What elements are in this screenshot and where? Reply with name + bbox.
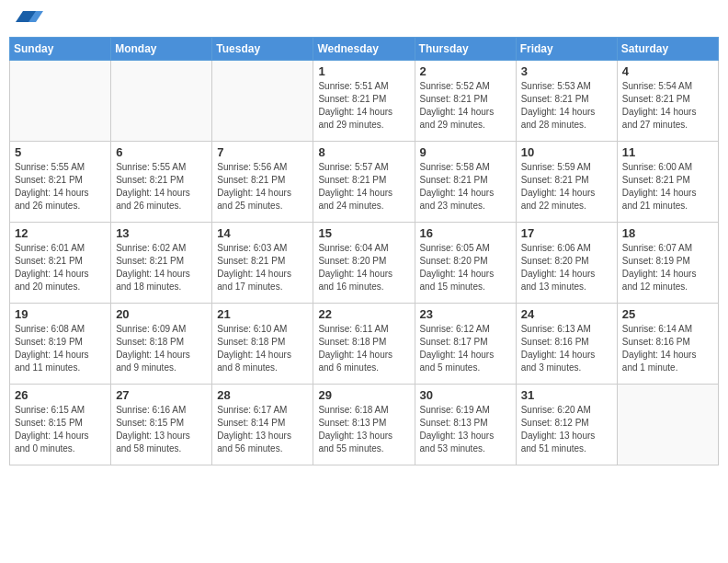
calendar-cell xyxy=(212,61,313,142)
day-info: Sunrise: 5:52 AM Sunset: 8:21 PM Dayligh… xyxy=(420,80,511,132)
day-number: 8 xyxy=(318,145,409,159)
logo-icon xyxy=(16,2,43,29)
day-info: Sunrise: 6:04 AM Sunset: 8:20 PM Dayligh… xyxy=(318,242,409,293)
calendar-cell xyxy=(10,61,111,142)
day-number: 10 xyxy=(521,145,612,159)
day-info: Sunrise: 5:56 AM Sunset: 8:21 PM Dayligh… xyxy=(217,161,308,213)
day-number: 31 xyxy=(521,388,612,402)
calendar-week-2: 5Sunrise: 5:55 AM Sunset: 8:21 PM Daylig… xyxy=(10,142,719,223)
day-info: Sunrise: 6:08 AM Sunset: 8:19 PM Dayligh… xyxy=(15,323,106,374)
day-number: 24 xyxy=(521,307,612,321)
day-info: Sunrise: 6:12 AM Sunset: 8:17 PM Dayligh… xyxy=(420,323,511,374)
calendar-table: SundayMondayTuesdayWednesdayThursdayFrid… xyxy=(9,37,719,465)
calendar-cell: 8Sunrise: 5:57 AM Sunset: 8:21 PM Daylig… xyxy=(313,142,415,223)
day-number: 4 xyxy=(622,64,713,78)
calendar-cell: 14Sunrise: 6:03 AM Sunset: 8:21 PM Dayli… xyxy=(212,223,313,304)
day-info: Sunrise: 5:57 AM Sunset: 8:21 PM Dayligh… xyxy=(318,161,409,213)
day-number: 5 xyxy=(15,145,106,159)
column-header-monday: Monday xyxy=(111,38,212,61)
calendar-cell: 18Sunrise: 6:07 AM Sunset: 8:19 PM Dayli… xyxy=(617,223,718,304)
calendar-cell: 20Sunrise: 6:09 AM Sunset: 8:18 PM Dayli… xyxy=(111,304,212,385)
day-number: 14 xyxy=(217,226,308,240)
day-number: 25 xyxy=(622,307,713,321)
day-info: Sunrise: 5:51 AM Sunset: 8:21 PM Dayligh… xyxy=(318,80,409,132)
calendar-cell: 13Sunrise: 6:02 AM Sunset: 8:21 PM Dayli… xyxy=(111,223,212,304)
day-info: Sunrise: 6:00 AM Sunset: 8:21 PM Dayligh… xyxy=(622,161,713,213)
calendar-cell: 27Sunrise: 6:16 AM Sunset: 8:15 PM Dayli… xyxy=(111,385,212,465)
day-info: Sunrise: 6:16 AM Sunset: 8:15 PM Dayligh… xyxy=(116,404,207,455)
day-number: 21 xyxy=(217,307,308,321)
calendar-cell: 29Sunrise: 6:18 AM Sunset: 8:13 PM Dayli… xyxy=(313,385,415,465)
day-info: Sunrise: 6:14 AM Sunset: 8:16 PM Dayligh… xyxy=(622,323,713,374)
calendar-cell: 7Sunrise: 5:56 AM Sunset: 8:21 PM Daylig… xyxy=(212,142,313,223)
calendar-cell: 22Sunrise: 6:11 AM Sunset: 8:18 PM Dayli… xyxy=(313,304,415,385)
calendar-cell: 19Sunrise: 6:08 AM Sunset: 8:19 PM Dayli… xyxy=(10,304,111,385)
calendar-cell: 31Sunrise: 6:20 AM Sunset: 8:12 PM Dayli… xyxy=(516,385,617,465)
column-header-wednesday: Wednesday xyxy=(313,38,415,61)
day-info: Sunrise: 5:55 AM Sunset: 8:21 PM Dayligh… xyxy=(116,161,207,213)
logo xyxy=(13,9,43,29)
day-number: 18 xyxy=(622,226,713,240)
day-number: 13 xyxy=(116,226,207,240)
day-info: Sunrise: 5:59 AM Sunset: 8:21 PM Dayligh… xyxy=(521,161,612,213)
calendar-cell: 17Sunrise: 6:06 AM Sunset: 8:20 PM Dayli… xyxy=(516,223,617,304)
calendar-cell: 12Sunrise: 6:01 AM Sunset: 8:21 PM Dayli… xyxy=(10,223,111,304)
day-info: Sunrise: 5:55 AM Sunset: 8:21 PM Dayligh… xyxy=(15,161,106,213)
page-header xyxy=(9,9,719,29)
calendar-week-4: 19Sunrise: 6:08 AM Sunset: 8:19 PM Dayli… xyxy=(10,304,719,385)
day-info: Sunrise: 6:15 AM Sunset: 8:15 PM Dayligh… xyxy=(15,404,106,455)
calendar-header-row: SundayMondayTuesdayWednesdayThursdayFrid… xyxy=(10,38,719,61)
day-info: Sunrise: 6:09 AM Sunset: 8:18 PM Dayligh… xyxy=(116,323,207,374)
day-info: Sunrise: 5:58 AM Sunset: 8:21 PM Dayligh… xyxy=(420,161,511,213)
calendar-cell xyxy=(617,385,718,465)
calendar-week-1: 1Sunrise: 5:51 AM Sunset: 8:21 PM Daylig… xyxy=(10,61,719,142)
calendar-cell: 3Sunrise: 5:53 AM Sunset: 8:21 PM Daylig… xyxy=(516,61,617,142)
calendar-week-5: 26Sunrise: 6:15 AM Sunset: 8:15 PM Dayli… xyxy=(10,385,719,465)
day-info: Sunrise: 5:53 AM Sunset: 8:21 PM Dayligh… xyxy=(521,80,612,132)
calendar-cell: 28Sunrise: 6:17 AM Sunset: 8:14 PM Dayli… xyxy=(212,385,313,465)
day-info: Sunrise: 6:05 AM Sunset: 8:20 PM Dayligh… xyxy=(420,242,511,293)
day-number: 2 xyxy=(420,64,511,78)
day-number: 15 xyxy=(318,226,409,240)
calendar-cell: 2Sunrise: 5:52 AM Sunset: 8:21 PM Daylig… xyxy=(415,61,516,142)
calendar-cell: 6Sunrise: 5:55 AM Sunset: 8:21 PM Daylig… xyxy=(111,142,212,223)
day-info: Sunrise: 6:07 AM Sunset: 8:19 PM Dayligh… xyxy=(622,242,713,293)
day-info: Sunrise: 6:11 AM Sunset: 8:18 PM Dayligh… xyxy=(318,323,409,374)
day-number: 19 xyxy=(15,307,106,321)
day-number: 22 xyxy=(318,307,409,321)
calendar-cell: 21Sunrise: 6:10 AM Sunset: 8:18 PM Dayli… xyxy=(212,304,313,385)
day-number: 16 xyxy=(420,226,511,240)
calendar-cell: 11Sunrise: 6:00 AM Sunset: 8:21 PM Dayli… xyxy=(617,142,718,223)
day-number: 3 xyxy=(521,64,612,78)
day-info: Sunrise: 6:13 AM Sunset: 8:16 PM Dayligh… xyxy=(521,323,612,374)
calendar-cell: 30Sunrise: 6:19 AM Sunset: 8:13 PM Dayli… xyxy=(415,385,516,465)
day-number: 11 xyxy=(622,145,713,159)
column-header-sunday: Sunday xyxy=(10,38,111,61)
day-info: Sunrise: 6:17 AM Sunset: 8:14 PM Dayligh… xyxy=(217,404,308,455)
day-number: 29 xyxy=(318,388,409,402)
calendar-cell: 24Sunrise: 6:13 AM Sunset: 8:16 PM Dayli… xyxy=(516,304,617,385)
calendar-cell xyxy=(111,61,212,142)
column-header-thursday: Thursday xyxy=(415,38,516,61)
day-number: 26 xyxy=(15,388,106,402)
calendar-cell: 23Sunrise: 6:12 AM Sunset: 8:17 PM Dayli… xyxy=(415,304,516,385)
day-number: 17 xyxy=(521,226,612,240)
calendar-cell: 5Sunrise: 5:55 AM Sunset: 8:21 PM Daylig… xyxy=(10,142,111,223)
day-number: 1 xyxy=(318,64,409,78)
calendar-cell: 4Sunrise: 5:54 AM Sunset: 8:21 PM Daylig… xyxy=(617,61,718,142)
calendar-cell: 9Sunrise: 5:58 AM Sunset: 8:21 PM Daylig… xyxy=(415,142,516,223)
column-header-tuesday: Tuesday xyxy=(212,38,313,61)
day-info: Sunrise: 6:03 AM Sunset: 8:21 PM Dayligh… xyxy=(217,242,308,293)
calendar-cell: 1Sunrise: 5:51 AM Sunset: 8:21 PM Daylig… xyxy=(313,61,415,142)
column-header-saturday: Saturday xyxy=(617,38,718,61)
day-number: 23 xyxy=(420,307,511,321)
day-number: 30 xyxy=(420,388,511,402)
calendar-cell: 26Sunrise: 6:15 AM Sunset: 8:15 PM Dayli… xyxy=(10,385,111,465)
day-number: 7 xyxy=(217,145,308,159)
column-header-friday: Friday xyxy=(516,38,617,61)
calendar-cell: 25Sunrise: 6:14 AM Sunset: 8:16 PM Dayli… xyxy=(617,304,718,385)
day-number: 6 xyxy=(116,145,207,159)
day-info: Sunrise: 6:06 AM Sunset: 8:20 PM Dayligh… xyxy=(521,242,612,293)
calendar-week-3: 12Sunrise: 6:01 AM Sunset: 8:21 PM Dayli… xyxy=(10,223,719,304)
day-number: 28 xyxy=(217,388,308,402)
